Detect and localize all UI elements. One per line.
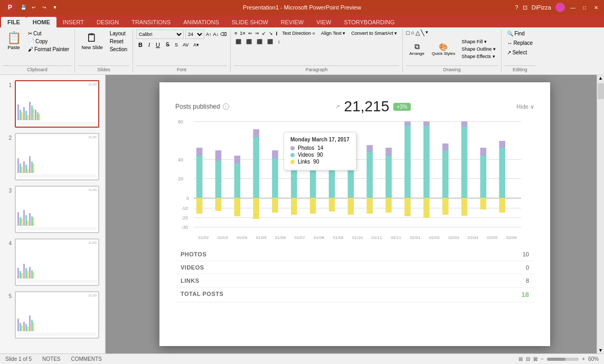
slide-thumb-3[interactable]: 3 21,215 <box>3 185 102 234</box>
zoom-out-btn[interactable]: − <box>541 356 544 362</box>
circle-shape[interactable]: ○ <box>411 30 414 36</box>
decrease-indent-btn[interactable]: ⇐ <box>248 30 253 36</box>
bar-group-01-06[interactable] <box>272 150 278 213</box>
strikethrough-btn[interactable]: S̶ <box>164 41 172 49</box>
bar-group-02-05[interactable] <box>480 148 487 209</box>
shape-effects-btn[interactable]: Shape Effects ▾ <box>459 53 498 60</box>
hide-button[interactable]: Hide ∨ <box>516 103 534 110</box>
zoom-in-btn[interactable]: + <box>582 356 585 362</box>
shadow-btn[interactable]: S <box>173 42 180 48</box>
ltr-btn[interactable]: ↘ <box>268 30 273 36</box>
font-family-select[interactable]: Calibri <box>136 30 184 39</box>
align-text-btn[interactable]: Align Text ▾ <box>319 30 347 37</box>
bar-group-01-03[interactable] <box>215 150 222 211</box>
quick-styles-button[interactable]: 🎨 Quick Styles <box>429 41 458 58</box>
bar-group-01-11[interactable] <box>366 145 373 214</box>
char-spacing-btn[interactable]: AV <box>181 42 190 48</box>
paste-button[interactable]: 📋 Paste <box>3 30 24 52</box>
new-slide-button[interactable]: 🗒 New Slide <box>78 30 106 52</box>
triangle-shape[interactable]: △ <box>416 30 420 36</box>
find-button[interactable]: 🔍Find <box>505 30 526 37</box>
slide-thumb-2[interactable]: 2 21,215 <box>3 132 102 181</box>
ribbon-toggle-btn[interactable]: ⊡ <box>523 4 527 11</box>
format-painter-button[interactable]: 🖌Format Painter <box>26 45 71 53</box>
reset-button[interactable]: Reset <box>108 37 129 45</box>
view-normal-btn[interactable]: ⊞ <box>518 356 523 362</box>
layout-button[interactable]: Layout <box>108 30 129 37</box>
bar-group-02-02[interactable] <box>423 121 430 218</box>
rect-shape[interactable]: □ <box>406 30 410 36</box>
notes-btn[interactable]: NOTES <box>42 356 60 362</box>
tab-home[interactable]: HOME <box>26 17 56 27</box>
font-color-btn[interactable]: A▾ <box>192 42 201 48</box>
cut-button[interactable]: ✂Cut <box>26 30 71 37</box>
bar-group-02-04[interactable] <box>461 121 468 216</box>
tab-slideshow[interactable]: SLIDE SHOW <box>225 17 275 27</box>
bar-group-02-11[interactable] <box>385 148 392 213</box>
align-center-btn[interactable]: ⬛ <box>244 39 253 45</box>
select-button[interactable]: ↗Select <box>505 49 529 56</box>
italic-btn[interactable]: I <box>146 41 152 49</box>
columns-btn[interactable]: ⫿ <box>275 30 279 36</box>
bar-group-01-04[interactable] <box>234 156 241 216</box>
numbered-list-btn[interactable]: 1≡ <box>239 30 246 36</box>
comments-btn[interactable]: COMMENTS <box>71 356 102 362</box>
zoom-controls: ⊞ ⊟ ⊠ − + 60% <box>518 356 599 362</box>
bar-group-02-06[interactable] <box>499 141 505 213</box>
justify-btn[interactable]: ⬛ <box>266 39 275 45</box>
replace-button[interactable]: ↔Replace <box>505 39 535 47</box>
convert-smartart-btn[interactable]: Convert to SmartArt ▾ <box>349 30 399 37</box>
increase-font-btn[interactable]: A↑ <box>206 32 212 37</box>
bar-group-01-02[interactable] <box>196 148 203 214</box>
scroll-thumb[interactable] <box>598 83 604 99</box>
scroll-down-btn[interactable]: ▼ <box>598 347 604 353</box>
tab-review[interactable]: REVIEW <box>275 17 310 27</box>
shape-fill-btn[interactable]: Shape Fill ▾ <box>459 38 498 45</box>
bar-group-02-01[interactable] <box>404 121 411 216</box>
increase-indent-btn[interactable]: ⇒ <box>254 30 260 36</box>
info-icon[interactable]: i <box>223 103 229 110</box>
section-button[interactable]: Section <box>108 45 129 53</box>
view-reading-btn[interactable]: ⊠ <box>533 356 537 362</box>
help-btn[interactable]: ? <box>515 4 518 11</box>
redo-btn[interactable]: ↪ <box>40 3 49 12</box>
tab-design[interactable]: DESIGN <box>90 17 125 27</box>
tab-view[interactable]: VIEW <box>310 17 337 27</box>
scroll-up-btn[interactable]: ▲ <box>598 75 604 81</box>
arrange-button[interactable]: ⧉ Arrange <box>406 41 427 58</box>
align-right-btn[interactable]: ⬛ <box>255 39 264 45</box>
slide-thumb-1[interactable]: 1 21,215 <box>3 79 102 129</box>
bar-group-02-03[interactable] <box>442 143 449 215</box>
align-left-btn[interactable]: ⬛ <box>234 39 243 45</box>
bold-btn[interactable]: B <box>136 41 145 49</box>
scrollbar-vertical[interactable]: ▲ ▼ <box>597 75 604 353</box>
clear-format-btn[interactable]: ⌫ <box>220 32 227 37</box>
tab-animations[interactable]: ANIMATIONS <box>177 17 225 27</box>
bullet-list-btn[interactable]: ≡ <box>234 30 238 36</box>
decrease-font-btn[interactable]: A↓ <box>213 32 219 37</box>
minimize-btn[interactable]: — <box>569 4 577 11</box>
tab-insert[interactable]: INSERT <box>56 17 90 27</box>
tab-transitions[interactable]: TRANSITIONS <box>125 17 177 27</box>
font-size-select[interactable]: 24 <box>185 30 204 39</box>
tab-file[interactable]: FILE <box>1 17 26 27</box>
slide-thumb-5[interactable]: 5 21,215 <box>3 290 102 340</box>
zoom-slider[interactable] <box>547 358 579 361</box>
maximize-btn[interactable]: □ <box>581 4 588 11</box>
undo-btn[interactable]: ↩ <box>30 3 38 12</box>
view-sort-btn[interactable]: ⊟ <box>526 356 530 362</box>
copy-button[interactable]: 📄Copy <box>26 37 71 45</box>
line-spacing-btn[interactable]: ↕ <box>276 39 282 45</box>
close-btn[interactable]: ✕ <box>592 4 600 11</box>
tab-storyboarding[interactable]: STORYBOARDING <box>337 17 401 27</box>
text-direction-btn[interactable]: Text Direction = <box>280 30 317 37</box>
more-shapes-btn[interactable]: ▾ <box>426 30 428 36</box>
rtl-btn[interactable]: ↙ <box>261 30 267 36</box>
slide-thumb-4[interactable]: 4 21,215 <box>3 237 102 287</box>
underline-btn[interactable]: U <box>154 41 162 49</box>
shape-outline-btn[interactable]: Shape Outline ▾ <box>459 45 498 53</box>
line-shape[interactable]: ╲ <box>421 30 424 36</box>
bar-group-01-05[interactable] <box>253 129 259 219</box>
customize-btn[interactable]: ▼ <box>51 3 59 12</box>
save-btn[interactable]: 💾 <box>19 3 27 12</box>
